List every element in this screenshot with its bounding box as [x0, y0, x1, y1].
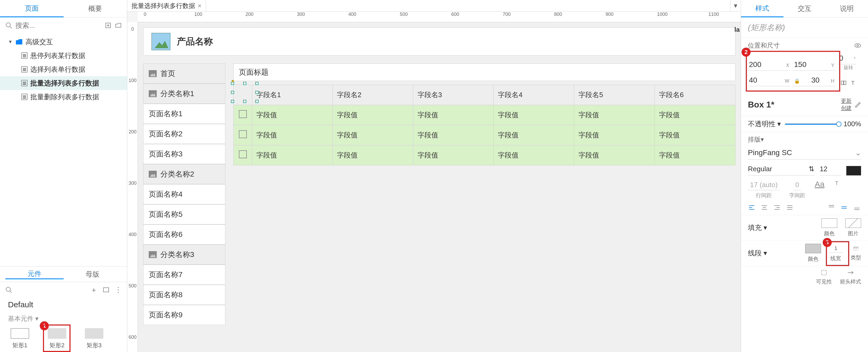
align-left-icon[interactable] [748, 204, 756, 212]
tree-page-0[interactable]: ≡悬停列表某行数据 [0, 49, 127, 63]
file-tab[interactable]: 批量选择列表多行数据 × [127, 0, 206, 11]
sidemenu-item[interactable]: 页面名称7 [143, 265, 225, 285]
tabs-dropdown-icon[interactable]: ▾ [730, 0, 741, 11]
sidemenu-item[interactable]: 分类名称3 [143, 245, 225, 265]
fill-image[interactable]: 图片 [845, 218, 861, 237]
category-title: 基本元件 ▾ [0, 309, 127, 325]
chevron-updown-icon: ⇅ [809, 165, 814, 173]
table-cell: 字段值 [494, 105, 574, 125]
table-row: 字段值字段值字段值字段值字段值字段值 [234, 125, 736, 145]
tree-page-2[interactable]: ≡批量选择列表多行数据 [0, 76, 127, 90]
visibility-toggle[interactable]: 可见性 [816, 269, 832, 285]
sidemenu-item[interactable]: 页面名称8 [143, 285, 225, 305]
align-center-icon[interactable] [761, 204, 769, 212]
tab-notes[interactable]: 说明 [826, 0, 868, 17]
fill-color[interactable]: 颜色 [822, 218, 837, 237]
rotation-input[interactable]: 0° [838, 52, 857, 64]
right-tabs: 样式 交互 说明 [741, 0, 868, 17]
rotation-label: 旋转 [840, 64, 857, 71]
arrow-style[interactable]: 箭头样式 [840, 269, 861, 285]
annotation-highlight-3 [826, 241, 849, 266]
checkbox[interactable] [239, 150, 247, 158]
pos-label: 位置和尺寸 [748, 41, 780, 50]
color-swatch[interactable] [846, 166, 861, 175]
sidemenu-item[interactable]: 页面名称1 [143, 104, 225, 124]
svg-line-1 [10, 27, 12, 28]
add-folder-icon[interactable] [115, 22, 122, 29]
row-checkbox-cell [234, 145, 252, 166]
valign-bot-icon[interactable] [853, 204, 861, 212]
opacity-section: 不透明性 ▾ 100% [741, 116, 868, 132]
search-input[interactable] [16, 22, 101, 30]
image-icon [149, 70, 157, 77]
checkbox[interactable] [239, 130, 247, 138]
style-actions[interactable]: 更新创建 [841, 97, 851, 112]
font-size-input[interactable]: 12 [820, 163, 841, 175]
font-family-select[interactable]: PingFang SC⌄ [748, 146, 861, 160]
line-height-input[interactable]: 17 (auto) [748, 180, 780, 190]
page-header: 产品名称 [143, 28, 736, 56]
tree-folder-root[interactable]: ▼ 高级交互 [0, 35, 127, 49]
data-table: ▼ 字段名1字段名2字段名3字段名4字段名5字段名6 字段值字段值字段值字段值字… [233, 85, 736, 166]
eye-icon[interactable] [854, 42, 861, 49]
widget-name-input[interactable]: (矩形名称) [741, 17, 868, 38]
align-justify-icon[interactable] [786, 204, 794, 212]
shape-rect1[interactable]: 矩形1 [10, 328, 29, 349]
tab-style[interactable]: 样式 [741, 0, 783, 17]
side-menu: 首页分类名称1页面名称1页面名称2页面名称3分类名称2页面名称4页面名称5页面名… [143, 64, 225, 325]
sidemenu-item[interactable]: 分类名称2 [143, 164, 225, 184]
text-icon[interactable]: T [850, 79, 857, 86]
line-color[interactable]: 颜色 [805, 244, 821, 262]
sidemenu-item[interactable]: 页面名称2 [143, 124, 225, 144]
line-type[interactable]: 类型 [850, 245, 861, 261]
text-options-icon[interactable]: T [834, 180, 841, 186]
sidemenu-item[interactable]: 分类名称1 [143, 84, 225, 104]
align-right-icon[interactable] [773, 204, 781, 212]
sidemenu-item[interactable]: 首页 [143, 64, 225, 84]
opacity-slider[interactable] [785, 124, 839, 125]
valign-mid-icon[interactable] [840, 204, 848, 212]
row-checkbox-cell [234, 105, 252, 125]
search-icon[interactable] [5, 286, 12, 293]
tree-page-1[interactable]: ≡选择列表单行数据 [0, 63, 127, 76]
sidemenu-item[interactable]: 页面名称4 [143, 184, 225, 204]
text-decoration-icon[interactable]: Aa [815, 180, 825, 189]
edit-icon[interactable] [854, 101, 861, 108]
table-cell: 字段值 [655, 105, 736, 125]
canvas[interactable]: la 产品名称 首页分类名称1页面名称1页面名称2页面名称3分类名称2页面名称4… [138, 22, 741, 352]
checkbox[interactable] [239, 110, 247, 118]
center-panel: 批量选择列表多行数据 × ▾ 0 100 200 300 400 500 600… [127, 0, 741, 352]
table-cell: 字段值 [413, 145, 494, 166]
add-icon[interactable]: ＋ [90, 285, 97, 294]
opacity-value[interactable]: 100% [844, 120, 861, 128]
close-icon[interactable]: × [198, 2, 202, 9]
sidemenu-item[interactable]: 页面名称9 [143, 305, 225, 325]
tab-widgets[interactable]: 元件 [5, 269, 64, 279]
align-row [748, 204, 861, 212]
tab-pages[interactable]: 页面 [0, 0, 64, 17]
shape-rect2[interactable]: 1 矩形2 [48, 328, 66, 349]
selection-handles[interactable]: ▼ [232, 83, 257, 101]
shape-rect3[interactable]: 矩形3 [85, 328, 103, 349]
sidemenu-item[interactable]: 页面名称3 [143, 144, 225, 164]
letter-spacing-input[interactable]: 0 [793, 180, 801, 190]
page-title-box: 页面标题 [233, 64, 736, 81]
tree-page-3[interactable]: ≡批量删除列表多行数据 [0, 90, 127, 104]
add-page-icon[interactable] [105, 22, 112, 29]
tab-outline[interactable]: 概要 [64, 0, 127, 17]
style-name: Box 1* [748, 100, 774, 110]
library-name[interactable]: Default [0, 297, 127, 309]
flip-h-icon[interactable] [840, 79, 847, 86]
line-width[interactable]: 3 1线宽 [829, 244, 842, 262]
svg-rect-10 [841, 81, 843, 85]
svg-text:T: T [835, 180, 838, 186]
sidemenu-item[interactable]: 页面名称6 [143, 224, 225, 245]
valign-top-icon[interactable] [828, 204, 836, 212]
font-weight-select[interactable]: Regular⇅ [748, 163, 814, 175]
tab-interaction[interactable]: 交互 [783, 0, 826, 17]
search-row [0, 17, 127, 33]
tab-masters[interactable]: 母版 [64, 270, 122, 279]
sidemenu-item[interactable]: 页面名称5 [143, 204, 225, 224]
library-icon[interactable] [102, 286, 110, 293]
more-icon[interactable]: ⋮ [115, 286, 122, 294]
